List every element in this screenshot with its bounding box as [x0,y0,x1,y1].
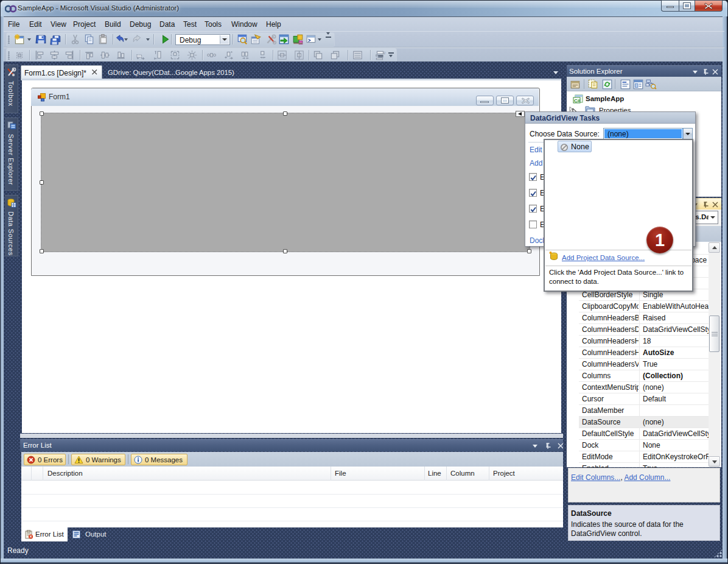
svg-text:C#: C# [574,98,581,104]
svg-text:2: 2 [383,51,386,55]
